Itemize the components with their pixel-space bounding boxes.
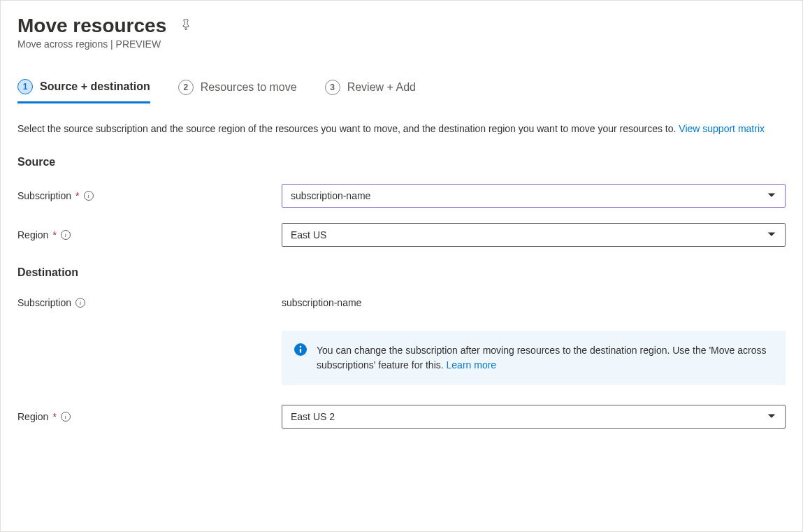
source-region-control: East US bbox=[282, 223, 786, 247]
chevron-down-icon bbox=[767, 229, 776, 241]
source-region-dropdown[interactable]: East US bbox=[282, 223, 786, 247]
label-text: Subscription bbox=[17, 190, 71, 201]
source-region-label: Region * i bbox=[17, 229, 282, 240]
tab-resources-to-move[interactable]: 2 Resources to move bbox=[178, 79, 297, 103]
page-subtitle: Move across regions | PREVIEW bbox=[17, 38, 786, 50]
destination-region-dropdown[interactable]: East US 2 bbox=[282, 405, 786, 429]
destination-region-label: Region * i bbox=[17, 411, 282, 422]
source-subscription-dropdown[interactable]: subscription-name bbox=[282, 184, 786, 208]
destination-region-row: Region * i East US 2 bbox=[17, 405, 786, 429]
destination-subscription-value: subscription-name bbox=[282, 294, 786, 311]
destination-subscription-row: Subscription i subscription-name bbox=[17, 294, 786, 311]
dropdown-value: East US bbox=[291, 229, 326, 240]
static-text: subscription-name bbox=[282, 294, 786, 311]
destination-heading: Destination bbox=[17, 266, 786, 279]
header-row: Move resources bbox=[17, 15, 786, 37]
svg-rect-1 bbox=[300, 349, 301, 353]
required-indicator: * bbox=[75, 190, 79, 201]
tab-label: Resources to move bbox=[201, 81, 297, 94]
label-text: Region bbox=[17, 229, 48, 240]
tab-number: 2 bbox=[178, 80, 194, 95]
destination-region-control: East US 2 bbox=[282, 405, 786, 429]
learn-more-link[interactable]: Learn more bbox=[447, 359, 497, 371]
source-subscription-control: subscription-name bbox=[282, 184, 786, 208]
label-text: Subscription bbox=[17, 297, 71, 308]
page-description: Select the source subscription and the s… bbox=[17, 122, 786, 136]
dropdown-value: East US 2 bbox=[291, 411, 335, 422]
wizard-tabs: 1 Source + destination 2 Resources to mo… bbox=[17, 79, 786, 103]
svg-point-2 bbox=[300, 346, 302, 348]
chevron-down-icon bbox=[767, 411, 776, 423]
destination-subscription-label: Subscription i bbox=[17, 297, 282, 308]
page-container: Move resources Move across regions | PRE… bbox=[1, 1, 802, 443]
tab-review-add[interactable]: 3 Review + Add bbox=[325, 79, 416, 103]
required-indicator: * bbox=[52, 411, 56, 422]
banner-text: You can change the subscription after mo… bbox=[317, 345, 766, 371]
source-region-row: Region * i East US bbox=[17, 223, 786, 247]
info-icon bbox=[294, 343, 307, 356]
source-subscription-label: Subscription * i bbox=[17, 190, 282, 201]
label-text: Region bbox=[17, 411, 48, 422]
tab-number: 1 bbox=[17, 79, 33, 94]
info-banner-text: You can change the subscription after mo… bbox=[317, 343, 773, 373]
info-icon[interactable]: i bbox=[61, 230, 71, 240]
chevron-down-icon bbox=[767, 190, 776, 202]
info-banner: You can change the subscription after mo… bbox=[282, 331, 786, 385]
source-heading: Source bbox=[17, 156, 786, 168]
source-subscription-row: Subscription * i subscription-name bbox=[17, 184, 786, 208]
info-icon[interactable]: i bbox=[75, 298, 85, 308]
tab-source-destination[interactable]: 1 Source + destination bbox=[17, 79, 150, 103]
page-title: Move resources bbox=[17, 15, 166, 37]
pin-icon[interactable] bbox=[180, 19, 191, 33]
tab-label: Source + destination bbox=[40, 80, 150, 93]
tab-number: 3 bbox=[325, 80, 340, 95]
dropdown-value: subscription-name bbox=[291, 190, 370, 201]
tab-label: Review + Add bbox=[347, 81, 416, 94]
info-icon[interactable]: i bbox=[61, 412, 71, 422]
description-text: Select the source subscription and the s… bbox=[17, 123, 679, 134]
info-icon[interactable]: i bbox=[84, 191, 94, 201]
required-indicator: * bbox=[52, 229, 56, 240]
view-support-matrix-link[interactable]: View support matrix bbox=[679, 123, 765, 134]
